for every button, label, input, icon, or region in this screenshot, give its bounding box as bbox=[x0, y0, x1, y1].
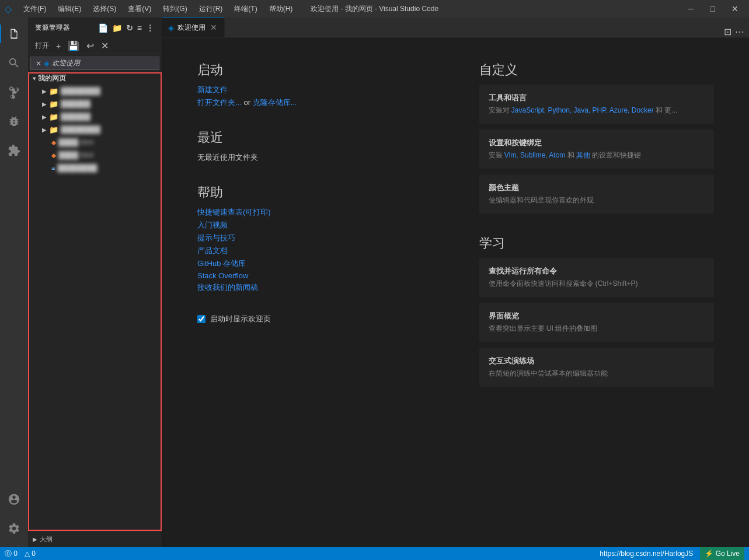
open-folder-link[interactable]: 打开文件夹... bbox=[197, 98, 242, 107]
activity-debug[interactable] bbox=[0, 107, 28, 135]
activity-explorer[interactable] bbox=[0, 20, 28, 48]
card-keybindings-title: 设置和按键绑定 bbox=[489, 138, 705, 148]
tree-project-header[interactable]: ▾ 我的网页 bbox=[28, 72, 162, 85]
menu-edit[interactable]: 编辑(E) bbox=[53, 3, 86, 15]
menu-goto[interactable]: 转到(G) bbox=[158, 3, 191, 15]
open-folder-text: 打开文件夹... or 克隆存储库... bbox=[197, 97, 433, 108]
tree-html-1[interactable]: ◆ ████.html bbox=[28, 136, 162, 149]
card-command-desc: 使用命令面板快速访问和搜索命令 (Ctrl+Shift+P) bbox=[489, 279, 705, 289]
new-folder-icon[interactable]: 📁 bbox=[112, 23, 123, 33]
github-link[interactable]: GitHub 存储库 bbox=[197, 258, 433, 269]
maximize-button[interactable]: □ bbox=[705, 3, 721, 15]
recent-title: 最近 bbox=[197, 129, 433, 146]
folder3-icon: 📁 bbox=[49, 113, 58, 121]
more-options-icon[interactable]: ⋯ bbox=[735, 26, 744, 37]
minimize-button[interactable]: ─ bbox=[682, 3, 700, 15]
card-tools[interactable]: 工具和语言 安装对 JavaScript, Python, Java, PHP,… bbox=[479, 85, 715, 124]
revert-icon[interactable]: ↩ bbox=[84, 39, 96, 52]
card-theme[interactable]: 颜色主题 使编辑器和代码呈现你喜欢的外观 bbox=[479, 174, 715, 214]
welcome-tab[interactable]: ◈ 欢迎使用 ✕ bbox=[162, 17, 225, 37]
recent-section: 最近 无最近使用文件夹 bbox=[197, 129, 433, 163]
startup-checkbox-label[interactable]: 启动时显示欢迎页 bbox=[210, 314, 271, 324]
status-errors[interactable]: ⓪ 0 bbox=[5, 549, 18, 559]
new-file-link[interactable]: 新建文件 bbox=[197, 85, 433, 95]
folder1-chevron-icon: ▶ bbox=[42, 88, 47, 94]
shortcuts-link[interactable]: 快捷键速查表(可打印) bbox=[197, 207, 433, 218]
split-editor-icon[interactable]: ⊡ bbox=[724, 26, 731, 37]
folder2-chevron-icon: ▶ bbox=[42, 101, 47, 107]
status-right: https://blog.csdn.net/HarlogJS ⚡ Go Live bbox=[600, 547, 744, 560]
more-actions-icon[interactable]: ⋮ bbox=[146, 23, 155, 33]
menu-view[interactable]: 查看(V) bbox=[123, 3, 156, 15]
collapse-icon[interactable]: ≡ bbox=[137, 23, 142, 33]
clone-repo-link[interactable]: 克隆存储库... bbox=[253, 98, 297, 107]
welcome-tab-icon: ◈ bbox=[168, 23, 174, 32]
activity-account[interactable] bbox=[0, 485, 28, 513]
close-editors-icon[interactable]: ✕ bbox=[99, 39, 111, 52]
vscode-logo-icon: ◇ bbox=[5, 4, 12, 15]
card-playground[interactable]: 交互式演练场 在简短的演练中尝试基本的编辑器功能 bbox=[479, 348, 715, 387]
folder1-label: ████████ bbox=[61, 87, 100, 95]
save-all-icon[interactable]: 💾 bbox=[65, 39, 82, 52]
intro-video-link[interactable]: 入门视频 bbox=[197, 220, 433, 230]
tab-bar-actions: ⊡ ⋯ bbox=[719, 26, 749, 37]
tree-folder-3[interactable]: ▶ 📁 ██████ bbox=[28, 110, 162, 123]
learn-section: 学习 查找并运行所有命令 使用命令面板快速访问和搜索命令 (Ctrl+Shift… bbox=[479, 235, 715, 387]
close-tab-icon[interactable]: ✕ bbox=[36, 60, 41, 68]
titlebar: ◇ 文件(F) 编辑(E) 选择(S) 查看(V) 转到(G) 运行(R) 终端… bbox=[0, 0, 749, 18]
menu-select[interactable]: 选择(S) bbox=[88, 3, 121, 15]
html1-label: ████.html bbox=[58, 138, 93, 146]
activity-search[interactable] bbox=[0, 49, 28, 77]
card-keybindings-link2[interactable]: 其他 bbox=[576, 151, 590, 159]
welcome-page: 启动 新建文件 打开文件夹... or 克隆存储库... 最近 无最近使用文件夹… bbox=[162, 38, 749, 547]
sidebar-title: 资源管理器 bbox=[35, 23, 70, 32]
welcome-tab-close[interactable]: ✕ bbox=[209, 23, 218, 32]
activity-extensions[interactable] bbox=[0, 136, 28, 164]
file-tree: ▾ 我的网页 ▶ 📁 ████████ ▶ 📁 ██████ ▶ 📁 █████… bbox=[28, 72, 162, 531]
card-interface-overview[interactable]: 界面概览 查看突出显示主要 UI 组件的叠加图 bbox=[479, 303, 715, 342]
outline-section[interactable]: ▶ 大纲 bbox=[28, 531, 162, 547]
startup-checkbox[interactable] bbox=[197, 315, 205, 323]
new-file-toolbar-icon[interactable]: + bbox=[54, 40, 63, 52]
menu-help[interactable]: 帮助(H) bbox=[264, 3, 298, 15]
status-url[interactable]: https://blog.csdn.net/HarlogJS bbox=[600, 550, 693, 558]
tree-folder-2[interactable]: ▶ 📁 ██████ bbox=[28, 97, 162, 110]
status-bar: ⓪ 0 △ 0 https://blog.csdn.net/HarlogJS ⚡… bbox=[0, 547, 749, 560]
tips-link[interactable]: 提示与技巧 bbox=[197, 233, 433, 243]
project-chevron-icon: ▾ bbox=[33, 75, 36, 82]
activity-source-control[interactable] bbox=[0, 78, 28, 106]
newsletter-link[interactable]: 接收我们的新闻稿 bbox=[197, 282, 433, 293]
tree-folder-1[interactable]: ▶ 📁 ████████ bbox=[28, 85, 162, 97]
card-tools-desc-post: 和 更... bbox=[654, 106, 678, 114]
tree-folder-4[interactable]: ▶ 📁 ████████ bbox=[28, 123, 162, 136]
activity-settings[interactable] bbox=[0, 514, 28, 542]
card-keybindings-links[interactable]: Vim, Sublime, Atom bbox=[504, 151, 565, 159]
tree-file-1[interactable]: ≡ ████████ bbox=[28, 162, 162, 174]
card-tools-links[interactable]: JavaScript, Python, Java, PHP, Azure, Do… bbox=[511, 106, 654, 114]
new-file-icon[interactable]: 📄 bbox=[98, 23, 109, 33]
menu-run[interactable]: 运行(R) bbox=[194, 3, 228, 15]
folder1-icon: 📁 bbox=[49, 87, 58, 96]
card-playground-title: 交互式演练场 bbox=[489, 356, 705, 366]
status-warnings[interactable]: △ 0 bbox=[25, 550, 36, 558]
card-theme-desc: 使编辑器和代码呈现你喜欢的外观 bbox=[489, 195, 705, 205]
or-text: or bbox=[243, 98, 252, 107]
close-button[interactable]: ✕ bbox=[726, 3, 744, 15]
tree-html-2[interactable]: ◆ ████.html bbox=[28, 149, 162, 162]
refresh-icon[interactable]: ↻ bbox=[126, 23, 134, 33]
stackoverflow-link[interactable]: Stack Overflow bbox=[197, 271, 433, 280]
welcome-right-col: 自定义 工具和语言 安装对 JavaScript, Python, Java, … bbox=[479, 61, 715, 524]
window-title: 欢迎使用 - 我的网页 - Visual Studio Code bbox=[311, 4, 438, 14]
card-command-palette[interactable]: 查找并运行所有命令 使用命令面板快速访问和搜索命令 (Ctrl+Shift+P) bbox=[479, 258, 715, 297]
docs-link[interactable]: 产品文档 bbox=[197, 246, 433, 256]
folder3-label: ██████ bbox=[61, 113, 90, 121]
go-live-button[interactable]: ⚡ Go Live bbox=[700, 547, 744, 560]
customize-section: 自定义 工具和语言 安装对 JavaScript, Python, Java, … bbox=[479, 61, 715, 214]
menu-file[interactable]: 文件(F) bbox=[19, 3, 51, 15]
open-editor-tab[interactable]: ✕ ◈ 欢迎使用 bbox=[30, 57, 159, 70]
card-keybindings[interactable]: 设置和按键绑定 安装 Vim, Sublime, Atom 和 其他 的设置和快… bbox=[479, 130, 715, 169]
file1-label: ████████ bbox=[57, 164, 97, 172]
html1-icon: ◆ bbox=[51, 139, 56, 146]
menu-terminal[interactable]: 终端(T) bbox=[229, 3, 262, 15]
card-tools-title: 工具和语言 bbox=[489, 93, 705, 103]
